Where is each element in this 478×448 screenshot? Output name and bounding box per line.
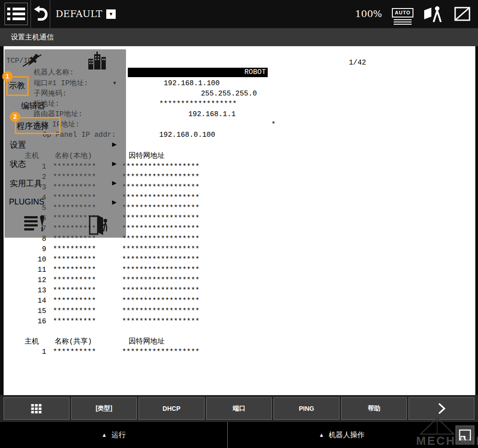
menu-item-utilities[interactable]: 实用工具 bbox=[10, 178, 42, 189]
host-addr[interactable]: ****************** bbox=[122, 296, 200, 306]
host-idx: 16 bbox=[19, 317, 46, 327]
host-idx: 15 bbox=[19, 306, 46, 317]
step-1-badge: 1 bbox=[2, 71, 13, 82]
submenu-arrow-icon: ▶ bbox=[112, 141, 117, 148]
fkey-dhcp[interactable]: DHCP bbox=[139, 397, 204, 420]
column-header: 因特网地址 bbox=[129, 337, 165, 347]
grid-icon bbox=[30, 403, 42, 414]
host-idx: 10 bbox=[19, 255, 46, 265]
fkey-port[interactable]: 端口 bbox=[206, 397, 272, 420]
host-name[interactable]: ********** bbox=[53, 296, 96, 306]
host-addr[interactable]: ****************** bbox=[122, 244, 200, 255]
host-addr[interactable]: ****************** bbox=[122, 172, 200, 183]
subnet-mask-value[interactable]: 255.255.255.0 bbox=[201, 89, 257, 99]
exit-icon[interactable] bbox=[88, 214, 109, 238]
robot-name-value[interactable]: ROBOT bbox=[128, 68, 268, 77]
host-name[interactable]: ********** bbox=[53, 265, 96, 275]
screen-disabled-icon[interactable] bbox=[453, 6, 472, 22]
router-ip-value[interactable]: 192.168.1.1 bbox=[188, 109, 236, 119]
pinned-list-icon[interactable] bbox=[23, 213, 47, 236]
tab-arrow-icon: ▲ bbox=[102, 432, 107, 438]
next-chevron-icon bbox=[436, 402, 447, 415]
fkey-type[interactable]: [类型] bbox=[71, 397, 137, 420]
back-button[interactable] bbox=[31, 0, 50, 28]
back-arrow-icon bbox=[33, 6, 48, 22]
menu-item-plugins[interactable]: PLUGINS bbox=[9, 197, 44, 207]
tab-run[interactable]: ▲ 运行 bbox=[0, 422, 227, 448]
pin-icon[interactable] bbox=[22, 52, 42, 73]
fkey-ping[interactable]: PING bbox=[274, 397, 339, 420]
host-row: 14**************************** bbox=[4, 296, 475, 306]
host-idx: 12 bbox=[19, 275, 46, 286]
host-addr[interactable]: ****************** bbox=[122, 306, 200, 317]
jog-ip-value[interactable]: * bbox=[271, 120, 276, 130]
tab-run-label: 运行 bbox=[111, 431, 126, 440]
port1-ip-value[interactable]: 192.168.1.100 bbox=[164, 78, 220, 88]
fkey-menu-grid[interactable] bbox=[4, 397, 70, 420]
main-menu-button[interactable] bbox=[4, 3, 28, 25]
fkey-help[interactable]: 帮助 bbox=[341, 397, 407, 420]
tcpip-setup-screen: TCP/IP 1/42 机器人名称: ROBOT 端口#1 IP地址: ▼ 19… bbox=[4, 46, 475, 395]
op-panel-ip-value[interactable]: 192.168.0.100 bbox=[159, 130, 215, 140]
menu-item-editor[interactable]: 编辑器 bbox=[21, 100, 45, 111]
top-bar: DEFAULT ▼ 100% AUTO bbox=[0, 0, 478, 28]
host-row: 16**************************** bbox=[4, 317, 475, 327]
board-address-value[interactable]: ****************** bbox=[159, 99, 237, 109]
host-row: 1**************************** bbox=[4, 347, 475, 357]
host-name[interactable]: ********** bbox=[53, 317, 96, 327]
host-idx: 1 bbox=[19, 347, 46, 357]
host-name[interactable]: ********** bbox=[53, 286, 96, 296]
operator-panel-icon[interactable] bbox=[423, 5, 443, 23]
auto-mode-icon[interactable]: AUTO bbox=[392, 8, 413, 20]
window-layout-icon[interactable] bbox=[456, 426, 474, 444]
host-addr[interactable]: ****************** bbox=[122, 193, 200, 203]
function-key-bar: [类型] DHCP 端口 PING 帮助 bbox=[0, 395, 478, 422]
host-row: 9**************************** bbox=[4, 244, 475, 255]
host-addr[interactable]: ****************** bbox=[122, 286, 200, 296]
host-addr[interactable]: ****************** bbox=[122, 234, 200, 244]
submenu-arrow-icon: ▶ bbox=[112, 179, 117, 186]
host-name[interactable]: ********** bbox=[53, 275, 96, 286]
host-name[interactable]: ********** bbox=[53, 347, 96, 357]
shared-hosts-header: 主机 名称(共享) 因特网地址 bbox=[4, 337, 475, 347]
host-addr[interactable]: ****************** bbox=[122, 255, 200, 265]
host-addr[interactable]: ****************** bbox=[122, 203, 200, 213]
host-addr[interactable]: ****************** bbox=[122, 162, 200, 172]
column-header: 主机 bbox=[25, 337, 39, 347]
host-addr[interactable]: ****************** bbox=[122, 317, 200, 327]
host-addr[interactable]: ****************** bbox=[122, 265, 200, 275]
host-name[interactable]: ********** bbox=[53, 306, 96, 317]
profile-selector[interactable]: DEFAULT ▼ bbox=[50, 9, 121, 19]
host-row: 12**************************** bbox=[4, 275, 475, 286]
host-idx: 13 bbox=[19, 286, 46, 296]
host-addr[interactable]: ****************** bbox=[122, 224, 200, 234]
tab-robot-operation[interactable]: ▲ 机器人操作 bbox=[228, 422, 456, 448]
host-idx: 11 bbox=[19, 265, 46, 275]
host-row: 13**************************** bbox=[4, 286, 475, 296]
teach-pendant-screen: DEFAULT ▼ 100% AUTO bbox=[0, 0, 478, 448]
hamburger-icon bbox=[7, 6, 25, 22]
host-addr[interactable]: ****************** bbox=[122, 213, 200, 224]
profile-dropdown-icon: ▼ bbox=[106, 9, 116, 19]
host-addr[interactable]: ****************** bbox=[122, 347, 200, 357]
host-row: 10**************************** bbox=[4, 255, 475, 265]
buildings-icon[interactable] bbox=[87, 51, 107, 72]
speed-override[interactable]: 100% bbox=[355, 9, 382, 19]
fkey-next[interactable] bbox=[408, 397, 474, 420]
auto-label: AUTO bbox=[392, 8, 413, 17]
host-name[interactable]: ********** bbox=[53, 255, 96, 265]
step-2-badge: 2 bbox=[10, 112, 20, 122]
screen-title-bar: 设置主机通信 bbox=[0, 28, 478, 46]
submenu-arrow-icon: ▶ bbox=[112, 160, 117, 167]
column-header: 名称(共享) bbox=[55, 337, 92, 347]
host-addr[interactable]: ****************** bbox=[122, 275, 200, 286]
host-name[interactable]: ********** bbox=[53, 244, 96, 255]
tab-robot-operation-label: 机器人操作 bbox=[329, 431, 365, 440]
menu-item-setup[interactable]: 设置 bbox=[10, 139, 26, 150]
topbar-status-icons: 100% AUTO bbox=[355, 5, 478, 23]
host-addr[interactable]: ****************** bbox=[122, 183, 200, 193]
auto-stamp-lines bbox=[394, 19, 412, 20]
menu-item-status[interactable]: 状态 bbox=[10, 159, 26, 170]
dropdown-glyph: ▼ bbox=[109, 12, 113, 17]
host-idx: 14 bbox=[19, 296, 46, 306]
